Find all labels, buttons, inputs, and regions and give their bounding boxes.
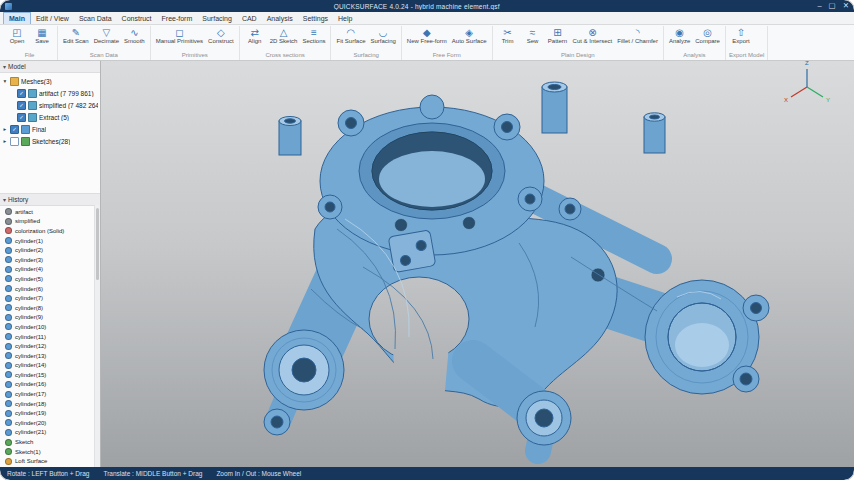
- ribbon-button-new-free-form[interactable]: ◆New Free-form: [405, 26, 449, 46]
- history-item-colorization-solid[interactable]: colorization (Solid): [0, 226, 100, 236]
- ribbon-button-smooth[interactable]: ∿Smooth: [122, 26, 147, 46]
- ribbon-button-pattern[interactable]: ⊞Pattern: [546, 26, 570, 46]
- visibility-checkbox[interactable]: ✓: [10, 125, 19, 134]
- ribbon-button-cut-intersect[interactable]: ⊗Cut & Intersect: [571, 26, 615, 46]
- ribbon-button-edit-scan[interactable]: ✎Edit Scan: [61, 26, 91, 46]
- ribbon-button-sew[interactable]: ≈Sew: [521, 26, 545, 46]
- ribbon-group-label: Cross sections: [243, 51, 328, 60]
- history-item-sketch-1[interactable]: Sketch(1): [0, 447, 100, 457]
- folder-icon: [10, 77, 19, 86]
- history-header[interactable]: ▾ History: [0, 194, 100, 206]
- cylinder-icon: [5, 304, 12, 311]
- ribbon-button-save[interactable]: ▦Save: [30, 26, 54, 46]
- ribbon-button-label: Smooth: [124, 38, 145, 45]
- menu-item-scan-data[interactable]: Scan Data: [74, 12, 117, 24]
- menu-item-analysis[interactable]: Analysis: [262, 12, 298, 24]
- align-icon: ⇄: [251, 27, 259, 38]
- menu-item-construct[interactable]: Construct: [117, 12, 157, 24]
- tree-item-meshes-3[interactable]: ▾Meshes(3): [0, 75, 100, 87]
- visibility-checkbox[interactable]: ✓: [17, 101, 26, 110]
- expand-arrow-icon[interactable]: ▾: [2, 78, 8, 84]
- minimize-button[interactable]: –: [817, 2, 821, 10]
- visibility-checkbox[interactable]: ✓: [17, 89, 26, 98]
- history-item-cylinder-3[interactable]: cylinder(3): [0, 255, 100, 265]
- close-button[interactable]: ✕: [843, 2, 849, 10]
- tree-item-sketches-28[interactable]: ▸Sketches(28): [0, 135, 100, 147]
- ribbon-button-label: Export: [732, 38, 749, 45]
- ribbon-button-sections[interactable]: ≡Sections: [300, 26, 327, 46]
- tree-item-artifact-7-799-861[interactable]: ✓artifact (7 799 861): [0, 87, 100, 99]
- maximize-button[interactable]: ▢: [829, 2, 836, 10]
- menu-item-free-form[interactable]: Free-form: [157, 12, 198, 24]
- ribbon-group-file: ◰Open▦SaveFile: [2, 26, 58, 60]
- cylinder-icon: [5, 410, 12, 417]
- history-item-cylinder-17[interactable]: cylinder(17): [0, 389, 100, 399]
- fit-surface-icon: ◠: [347, 27, 356, 38]
- history-item-label: cylinder(15): [15, 372, 46, 378]
- history-item-cylinder-12[interactable]: cylinder(12): [0, 341, 100, 351]
- visibility-checkbox[interactable]: [10, 137, 19, 146]
- ribbon-button-construct[interactable]: ◇Construct: [206, 26, 236, 46]
- fillet-chamfer-icon: ◝: [636, 27, 640, 38]
- menu-item-cad[interactable]: CAD: [237, 12, 262, 24]
- sketch-icon: [5, 439, 12, 446]
- tree-item-simplified-7-482-264[interactable]: ✓simplified (7 482 264): [0, 99, 100, 111]
- history-item-cylinder-20[interactable]: cylinder(20): [0, 418, 100, 428]
- visibility-checkbox[interactable]: ✓: [17, 113, 26, 122]
- history-scrollbar-thumb[interactable]: [96, 208, 99, 280]
- history-item-cylinder-19[interactable]: cylinder(19): [0, 408, 100, 418]
- ribbon-button-analyze[interactable]: ◉Analyze: [667, 26, 692, 46]
- history-item-cylinder-2[interactable]: cylinder(2): [0, 245, 100, 255]
- menu-item-main[interactable]: Main: [3, 12, 31, 24]
- history-item-cylinder-11[interactable]: cylinder(11): [0, 332, 100, 342]
- history-item-simplified[interactable]: simplified: [0, 217, 100, 227]
- menu-item-edit-view[interactable]: Edit / View: [31, 12, 74, 24]
- history-item-cylinder-7[interactable]: cylinder(7): [0, 293, 100, 303]
- ribbon-button-align[interactable]: ⇄Align: [243, 26, 267, 46]
- history-item-label: cylinder(8): [15, 305, 43, 311]
- history-scrollbar[interactable]: [94, 205, 100, 467]
- history-item-cylinder-8[interactable]: cylinder(8): [0, 303, 100, 313]
- history-item-cylinder-6[interactable]: cylinder(6): [0, 284, 100, 294]
- history-item-cylinder-21[interactable]: cylinder(21): [0, 428, 100, 438]
- history-item-cylinder-15[interactable]: cylinder(15): [0, 370, 100, 380]
- tree-item-extract-5[interactable]: ✓Extract (5): [0, 111, 100, 123]
- expand-arrow-icon[interactable]: ▸: [2, 126, 8, 132]
- history-item-label: cylinder(21): [15, 429, 46, 435]
- ribbon-button-decimate[interactable]: ▽Decimate: [92, 26, 121, 46]
- history-item-cylinder-18[interactable]: cylinder(18): [0, 399, 100, 409]
- history-item-sketch[interactable]: Sketch: [0, 437, 100, 447]
- tree-item-label: Meshes(3): [21, 78, 52, 85]
- ribbon-button-manual-primitives[interactable]: ◻Manual Primitives: [154, 26, 205, 46]
- ribbon-button-fit-surface[interactable]: ◠Fit Surface: [334, 26, 367, 46]
- ribbon-button-trim[interactable]: ✂Trim: [496, 26, 520, 46]
- tree-item-final[interactable]: ▸✓Final: [0, 123, 100, 135]
- history-item-cylinder-4[interactable]: cylinder(4): [0, 265, 100, 275]
- history-item-cylinder-14[interactable]: cylinder(14): [0, 361, 100, 371]
- history-item-cylinder-1[interactable]: cylinder(1): [0, 236, 100, 246]
- history-item-plane-to-flat[interactable]: Plane (to flat): [0, 466, 100, 467]
- ribbon-button-export[interactable]: ⇧Export: [729, 26, 753, 46]
- history-item-cylinder-10[interactable]: cylinder(10): [0, 322, 100, 332]
- history-item-cylinder-13[interactable]: cylinder(13): [0, 351, 100, 361]
- model-tree-header[interactable]: ▾ Model: [0, 61, 100, 73]
- menu-item-settings[interactable]: Settings: [298, 12, 333, 24]
- ribbon-button-label: Analyze: [669, 38, 690, 45]
- expand-arrow-icon[interactable]: ▸: [2, 138, 8, 144]
- history-item-cylinder-9[interactable]: cylinder(9): [0, 313, 100, 323]
- ribbon-button-auto-surface[interactable]: ◈Auto Surface: [450, 26, 489, 46]
- ribbon-button-compare[interactable]: ◎Compare: [693, 26, 722, 46]
- menu-item-surfacing[interactable]: Surfacing: [197, 12, 237, 24]
- ribbon-button-fillet-chamfer[interactable]: ◝Fillet / Chamfer: [615, 26, 660, 46]
- ribbon-button-open[interactable]: ◰Open: [5, 26, 29, 46]
- viewport[interactable]: X Y Z: [101, 61, 854, 467]
- history-item-cylinder-16[interactable]: cylinder(16): [0, 380, 100, 390]
- ribbon-button-surfacing[interactable]: ◡Surfacing: [368, 26, 397, 46]
- history-item-artifact[interactable]: artifact: [0, 207, 100, 217]
- menu-item-help[interactable]: Help: [333, 12, 357, 24]
- history-item-label: Sketch(1): [15, 449, 41, 455]
- app-logo-icon: [5, 3, 12, 10]
- ribbon-button-2d-sketch[interactable]: △2D Sketch: [268, 26, 300, 46]
- history-item-loft-surface[interactable]: Loft Surface: [0, 456, 100, 466]
- history-item-cylinder-5[interactable]: cylinder(5): [0, 274, 100, 284]
